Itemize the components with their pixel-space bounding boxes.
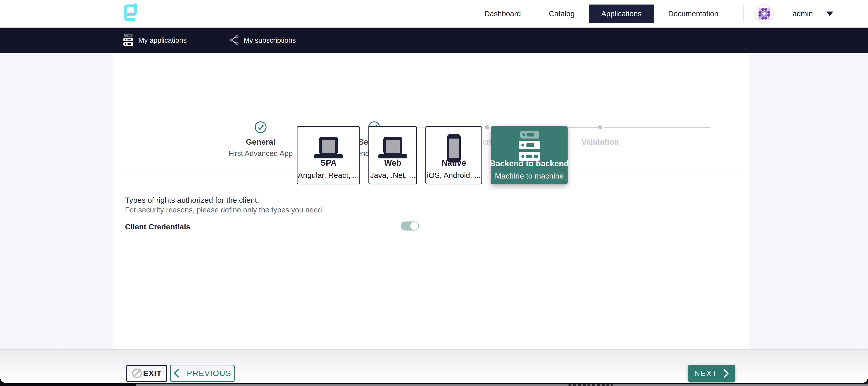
subnav-item-label: My applications	[138, 36, 187, 44]
step-label-validation: Validation	[555, 137, 645, 147]
avatar[interactable]	[755, 5, 773, 23]
clipped-bottom-window-edge	[135, 384, 868, 386]
rights-note: For security reasons, please define only…	[125, 206, 324, 214]
rights-heading: Types of rights authorized for the clien…	[125, 196, 259, 204]
nav-item-documentation[interactable]: Documentation	[654, 0, 733, 28]
subnav-item-my-subscriptions[interactable]: My subscriptions	[226, 28, 299, 53]
app-type-card-backend-to-backend[interactable]: Backend to backend Machine to machine	[491, 126, 567, 185]
primary-nav: Dashboard Catalog Applications Documenta…	[470, 0, 733, 28]
top-header: Dashboard Catalog Applications Documenta…	[0, 0, 868, 28]
subnav-item-label: My subscriptions	[244, 36, 296, 44]
wizard-card: General Security Subscription Validation…	[113, 53, 749, 349]
client-credentials-toggle[interactable]	[401, 222, 419, 230]
step-label-general: General	[215, 137, 306, 147]
nav-item-catalog[interactable]: Catalog	[535, 0, 589, 28]
user-zone: admin	[743, 0, 839, 28]
nav-item-dashboard[interactable]: Dashboard	[470, 0, 535, 28]
app-type-card-spa[interactable]: SPA Angular, React, ...	[297, 126, 360, 185]
app-type-subtitle: Angular, React, ...	[298, 171, 359, 180]
app-type-subtitle: iOS, Android, ...	[427, 171, 480, 180]
laptop-icon	[369, 131, 416, 165]
smartphone-icon	[426, 131, 482, 165]
client-credentials-label: Client Credentials	[125, 222, 190, 231]
app-type-card-web[interactable]: Web Java, .Net, ...	[368, 126, 417, 185]
app-type-card-native[interactable]: Native iOS, Android, ...	[426, 126, 482, 185]
subnav-item-my-applications[interactable]: My applications	[120, 28, 190, 53]
page-sheet: Dashboard Catalog Applications Documenta…	[0, 0, 868, 383]
gravitee-logo-icon[interactable]	[123, 3, 139, 23]
username: admin	[793, 9, 813, 18]
step-subscription-dot	[485, 125, 489, 129]
step-validation-dot	[598, 125, 602, 129]
chevron-down-icon[interactable]	[827, 11, 833, 16]
servers-icon	[491, 131, 567, 164]
nav-item-applications[interactable]: Applications	[589, 4, 654, 23]
next-button-label: NEXT	[694, 369, 717, 378]
servers-icon	[123, 34, 134, 47]
laptop-icon	[298, 131, 360, 165]
exit-button[interactable]: EXIT	[126, 365, 167, 382]
next-button[interactable]: NEXT	[688, 365, 735, 382]
previous-button-label: PREVIOUS	[187, 369, 231, 378]
share-icon	[229, 34, 239, 46]
step-general-check-icon[interactable]	[254, 121, 267, 133]
app-type-subtitle: Java, .Net, ...	[370, 171, 415, 180]
header-divider	[743, 5, 744, 22]
wizard-footer: EXIT PREVIOUS NEXT	[0, 349, 868, 383]
prohibition-icon	[132, 368, 142, 379]
application-subnav: My applications My subscriptions	[0, 28, 868, 53]
chevron-left-icon	[174, 369, 179, 378]
toggle-knob	[410, 222, 418, 230]
chevron-right-icon	[723, 369, 729, 378]
exit-button-label: EXIT	[143, 369, 162, 378]
clipped-text-remnant	[568, 384, 613, 386]
stepper-connector	[603, 127, 710, 128]
previous-button[interactable]: PREVIOUS	[170, 365, 235, 382]
app-type-subtitle: Machine to machine	[495, 171, 563, 180]
